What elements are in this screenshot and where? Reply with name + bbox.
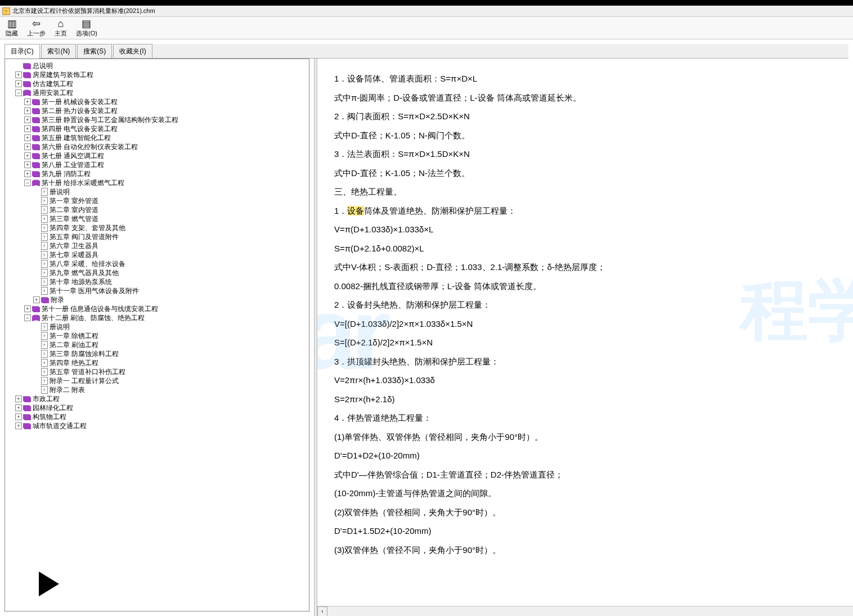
expander-icon[interactable]: + (24, 305, 31, 312)
tree-item[interactable]: 第一章 除锈工程 (50, 331, 98, 340)
tree-item[interactable]: 第十二册 刷油、防腐蚀、绝热工程 (42, 313, 145, 322)
expander-icon[interactable]: + (24, 98, 31, 105)
expander-icon[interactable]: + (24, 143, 31, 150)
expander-icon[interactable]: − (24, 179, 31, 186)
expander-icon[interactable]: + (15, 404, 22, 411)
expander-icon[interactable]: + (24, 116, 31, 123)
content-text: 式中V-体积；S-表面积；D-直径；1.033、2.1-调整系数；δ-绝热层厚度… (334, 258, 836, 276)
expander-icon[interactable]: + (24, 134, 31, 141)
tree-item[interactable]: 第十一章 医用气体设备及附件 (50, 286, 139, 295)
tab-toc[interactable]: 目录(C) (5, 44, 40, 59)
expander-icon[interactable]: + (24, 125, 31, 132)
tree-item[interactable]: 总说明 (33, 61, 53, 70)
tree-item[interactable]: 第八册 工业管道工程 (42, 160, 104, 169)
tree-item[interactable]: 第一册 机械设备安装工程 (42, 97, 118, 106)
back-button[interactable]: ⇦ 上一步 (27, 18, 46, 38)
tree-item[interactable]: 仿古建筑工程 (33, 79, 73, 88)
expander-icon[interactable]: + (24, 161, 31, 168)
home-button[interactable]: ⌂ 主页 (55, 18, 67, 38)
tree-item[interactable]: 第四册 电气设备安装工程 (42, 124, 118, 133)
tree-item[interactable]: 第六册 自动化控制仪表安装工程 (42, 142, 138, 151)
expander-icon[interactable]: + (15, 422, 22, 429)
content-text: D'=D1+D2+(10-20mm) (334, 447, 836, 465)
tree-item[interactable]: 附录二 附表 (50, 385, 85, 394)
svg-text:?: ? (5, 8, 7, 14)
tree-item[interactable]: 第二章 刷油工程 (50, 340, 98, 349)
expander-icon[interactable]: + (15, 80, 22, 87)
tree-item[interactable]: 第六章 卫生器具 (50, 241, 98, 250)
tree-item[interactable]: 第八章 采暖、给排水设备 (50, 259, 125, 268)
tree-item[interactable]: 第二章 室内管道 (50, 205, 98, 214)
tree-item[interactable]: 第一章 室外管道 (50, 196, 98, 205)
tree-item[interactable]: 第七册 通风空调工程 (42, 151, 104, 160)
tree-item[interactable]: 第五章 管道补口补伤工程 (50, 367, 125, 376)
window-title: 北京市建设工程计价依据预算消耗量标准(2021).chm (12, 7, 155, 15)
content-text: 2．设备封头绝热、防潮和保护层工程量： (334, 296, 836, 314)
page-icon (41, 332, 48, 340)
book-icon (23, 404, 31, 411)
expander-icon[interactable]: + (24, 152, 31, 159)
page-icon (41, 188, 48, 196)
book-icon (32, 107, 40, 114)
tree-item[interactable]: 第三章 燃气管道 (50, 214, 98, 223)
content-text: 0.0082-捆扎线直径或钢带厚；L-设备 筒体或管道长度。 (334, 277, 836, 295)
expander-icon[interactable]: + (15, 71, 22, 78)
page-icon (41, 368, 48, 376)
play-button[interactable] (39, 572, 67, 600)
page-icon (41, 251, 48, 259)
expander-icon[interactable]: + (33, 296, 40, 303)
page-icon (41, 359, 48, 367)
content-text: V=2πr×(h+1.033δ)×1.033δ (334, 371, 836, 389)
tree-item[interactable]: 第四章 绝热工程 (50, 358, 98, 367)
content-text: 式中D-直径；K-1.05；N-阀门个数。 (334, 127, 836, 145)
tree-item[interactable]: 第十一册 信息通信设备与线缆安装工程 (42, 304, 158, 313)
tab-index[interactable]: 索引(N) (41, 44, 77, 58)
tree-item[interactable]: 第五册 建筑智能化工程 (42, 133, 111, 142)
tree-item[interactable]: 附录 (51, 295, 64, 304)
tree-item[interactable]: 册说明 (50, 187, 70, 196)
expander-icon[interactable]: + (15, 413, 22, 420)
book-icon (23, 413, 31, 420)
expander-icon[interactable]: − (24, 314, 31, 321)
book-icon (32, 161, 40, 168)
tree-item[interactable]: 构筑物工程 (33, 412, 66, 421)
tab-fav[interactable]: 收藏夹(I) (113, 44, 152, 58)
play-icon (39, 572, 59, 596)
tree-item[interactable]: 第三章 防腐蚀涂料工程 (50, 349, 119, 358)
tree-item[interactable]: 房屋建筑与装饰工程 (33, 70, 93, 79)
book-icon (23, 62, 31, 69)
book-icon (23, 80, 31, 87)
expander-icon[interactable]: + (24, 170, 31, 177)
tree-item[interactable]: 第九章 燃气器具及其他 (50, 268, 119, 277)
options-button[interactable]: ▤ 选项(O) (76, 18, 97, 38)
hide-button[interactable]: ▥ 隐藏 (6, 18, 18, 38)
page-icon (41, 233, 48, 241)
tree-item[interactable]: 第四章 支架、套管及其他 (50, 223, 125, 232)
tree-item[interactable]: 市政工程 (33, 394, 60, 403)
tree-item[interactable]: 第十章 地源热泵系统 (50, 277, 112, 286)
tree-item[interactable]: 第十册 给排水采暖燃气工程 (42, 178, 124, 187)
expander-icon[interactable]: + (15, 395, 22, 402)
tree-item[interactable]: 第二册 热力设备安装工程 (42, 106, 118, 115)
tree-item[interactable]: 附录一 工程量计算公式 (50, 376, 119, 385)
book-icon (23, 422, 31, 429)
tree-item[interactable]: 册说明 (50, 322, 70, 331)
expander-icon[interactable]: + (24, 107, 31, 114)
page-icon (41, 260, 48, 268)
book-icon (32, 152, 40, 159)
tab-search[interactable]: 搜索(S) (77, 44, 112, 58)
tree-item[interactable]: 第三册 静置设备与工艺金属结构制作安装工程 (42, 115, 178, 124)
scroll-left-icon[interactable]: ‹ (317, 606, 327, 617)
tree-item[interactable]: 第五章 阀门及管道附件 (50, 232, 119, 241)
toc-tree[interactable]: 总说明 +房屋建筑与装饰工程 +仿古建筑工程 −通用安装工程 +第一册 机械设备… (5, 59, 309, 611)
tree-item[interactable]: 城市轨道交通工程 (33, 421, 87, 430)
tree-item[interactable]: 园林绿化工程 (33, 403, 73, 412)
tree-item[interactable]: 通用安装工程 (33, 88, 73, 97)
expander-icon[interactable]: − (15, 89, 22, 96)
tree-item[interactable]: 第九册 消防工程 (42, 169, 91, 178)
toolbar: ▥ 隐藏 ⇦ 上一步 ⌂ 主页 ▤ 选项(O) (0, 17, 853, 39)
book-icon (32, 170, 40, 177)
horizontal-scrollbar[interactable]: ‹ (317, 606, 853, 616)
tree-item[interactable]: 第七章 采暖器具 (50, 250, 98, 259)
content-text: 式中D'—伴热管综合值；D1-主管道直径；D2-伴热管道直径； (334, 466, 836, 484)
